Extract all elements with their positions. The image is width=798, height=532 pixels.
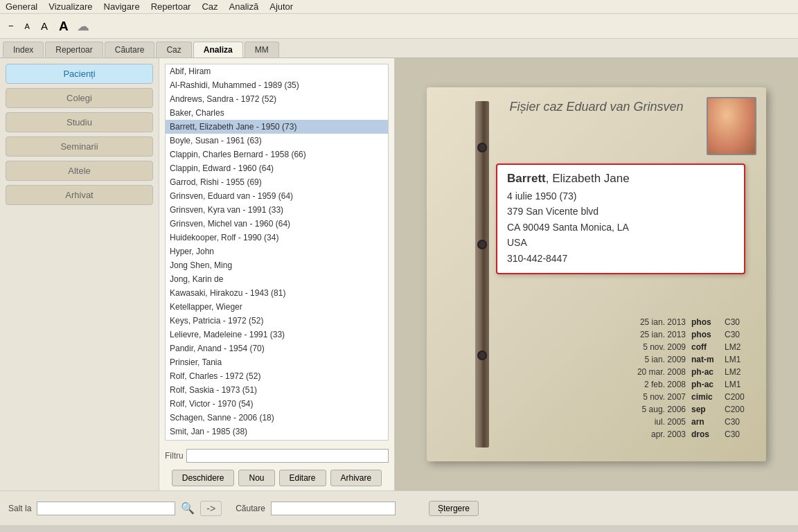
deschidere-button[interactable]: Deschidere (172, 470, 235, 486)
menu-ajutor[interactable]: Ajutor (269, 1, 293, 12)
list-item[interactable]: Jong, Karin de (166, 272, 388, 286)
history-code: arn (691, 416, 719, 428)
list-item[interactable]: Smit, Jan - 1985 (38) (166, 425, 388, 438)
list-item[interactable]: Jong Shen, Ming (166, 258, 388, 272)
stergere-button[interactable]: Ștergere (429, 501, 479, 516)
nav-studiu[interactable]: Studiu (6, 112, 153, 132)
binding-strip (475, 101, 489, 447)
list-item[interactable]: Boyle, Susan - 1961 (63) (166, 134, 388, 148)
list-item[interactable]: Grinsven, Eduard van - 1959 (64) (166, 189, 388, 203)
font-decrease-button[interactable]: − (6, 19, 17, 33)
patient-name: Barrett, Elizabeth Jane (507, 172, 734, 186)
history-item: C30 (725, 316, 752, 328)
list-item[interactable]: Clappin, Charles Bernard - 1958 (66) (166, 148, 388, 161)
list-item[interactable]: Kawasaki, Hirakozu - 1943 (81) (166, 286, 388, 300)
list-item[interactable]: Ketellapper, Wieger (166, 300, 388, 314)
history-date: 5 ian. 2009 (623, 353, 686, 366)
list-item[interactable]: Lelievre, Madeleine - 1991 (33) (166, 328, 388, 342)
list-item[interactable]: Andrews, Sandra - 1972 (52) (166, 92, 388, 106)
arhivare-button[interactable]: Arhivare (330, 470, 382, 486)
list-item[interactable]: Al-Rashidi, Muhammed - 1989 (35) (166, 78, 388, 92)
history-date: 25 ian. 2013 (623, 316, 686, 328)
patient-photo-image (708, 98, 755, 154)
history-code: ph-ac (691, 378, 719, 391)
nav-altele[interactable]: Altele (6, 161, 153, 181)
history-code: phos (691, 328, 719, 341)
arrow-button[interactable]: -> (200, 501, 222, 516)
list-panel: Abif, HiramAl-Rashidi, Muhammed - 1989 (… (159, 58, 395, 490)
bottom-bar: Salt la 🔍 -> Cãutare Ștergere (0, 490, 798, 525)
history-entry: 2 feb. 2008 ph-ac LM1 (496, 378, 752, 391)
list-item[interactable]: Clappin, Edward - 1960 (64) (166, 161, 388, 175)
history-item: LM1 (725, 378, 752, 391)
nav-arhivat[interactable]: Arhivat (6, 185, 153, 205)
menu-caz[interactable]: Caz (202, 1, 218, 12)
history-date: 5 aug. 2006 (623, 403, 686, 416)
cautare-input[interactable] (271, 502, 396, 515)
history-code: cimic (691, 391, 719, 403)
menu-vizualizare[interactable]: Vizualizare (48, 1, 92, 12)
nav-seminarii[interactable]: Seminarii (6, 136, 153, 157)
filter-input[interactable] (186, 449, 389, 463)
list-item[interactable]: Barrett, Elizabeth Jane - 1950 (73) (166, 120, 388, 134)
list-item[interactable]: Smith, John (166, 438, 388, 441)
history-entry: 5 aug. 2006 sep C200 (496, 403, 752, 416)
history-entry: 25 ian. 2013 phos C30 (496, 328, 752, 341)
history-entry: 5 ian. 2009 nat-m LM1 (496, 353, 752, 366)
editare-button[interactable]: Editare (279, 470, 326, 486)
menu-general[interactable]: General (6, 1, 37, 12)
stergere-container: Ștergere (401, 501, 479, 516)
list-item[interactable]: Pandir, Anand - 1954 (70) (166, 342, 388, 355)
list-item[interactable]: Rolf, Charles - 1972 (52) (166, 369, 388, 383)
patient-list[interactable]: Abif, HiramAl-Rashidi, Muhammed - 1989 (… (165, 64, 389, 441)
list-item[interactable]: Abif, Hiram (166, 64, 388, 78)
list-item[interactable]: Grinsven, Michel van - 1960 (64) (166, 217, 388, 231)
history-item: LM2 (725, 341, 752, 353)
patient-restname: , Elizabeth Jane (546, 172, 630, 185)
nou-button[interactable]: Nou (238, 470, 274, 486)
patient-dob: 4 iulie 1950 (73) (507, 188, 734, 204)
tab-repertoar[interactable]: Repertoar (45, 42, 103, 57)
history-entry: iul. 2005 arn C30 (496, 416, 752, 428)
history-entry: apr. 2003 dros C30 (496, 428, 752, 441)
tab-index[interactable]: Index (3, 42, 44, 57)
salt-input[interactable] (37, 502, 175, 515)
history-item: LM2 (725, 366, 752, 378)
salt-label: Salt la (8, 504, 31, 513)
history-code: phos (691, 316, 719, 328)
menu-analiza[interactable]: Analizã (229, 1, 259, 12)
list-item[interactable]: Schagen, Sanne - 2006 (18) (166, 411, 388, 425)
menu-repertoar[interactable]: Repertoar (151, 1, 191, 12)
tab-analiza[interactable]: Analiza (193, 42, 243, 57)
nav-colegi[interactable]: Colegi (6, 88, 153, 108)
list-item[interactable]: Prinsier, Tania (166, 355, 388, 369)
tab-cautare[interactable]: Cãutare (105, 42, 155, 57)
list-item[interactable]: Rolf, Saskia - 1973 (51) (166, 383, 388, 397)
font-large-button[interactable]: A (56, 17, 71, 35)
font-medium-button[interactable]: A (38, 19, 51, 33)
list-item[interactable]: Keys, Patricia - 1972 (52) (166, 314, 388, 328)
history-item: C30 (725, 416, 752, 428)
cautare-label: Cãutare (236, 504, 265, 513)
action-buttons: Deschidere Nou Editare Arhivare (159, 466, 394, 490)
history-code: coff (691, 341, 719, 353)
history-date: 2 feb. 2008 (623, 378, 686, 391)
menu-navigare[interactable]: Navigare (104, 1, 140, 12)
history-entry: 20 mar. 2008 ph-ac LM2 (496, 366, 752, 378)
list-item[interactable]: Hyper, John (166, 245, 388, 258)
list-item[interactable]: Huidekooper, Rolf - 1990 (34) (166, 231, 388, 245)
patient-lastname: Barrett (507, 172, 546, 185)
patient-address1: 379 San Vicente blvd (507, 204, 734, 219)
history-code: dros (691, 428, 719, 441)
history-item: C30 (725, 328, 752, 341)
list-item[interactable]: Garrod, Rishi - 1955 (69) (166, 175, 388, 189)
tab-mm[interactable]: MM (245, 42, 279, 57)
list-item[interactable]: Baker, Charles (166, 106, 388, 120)
search-icon-button[interactable]: 🔍 (181, 502, 195, 515)
list-item[interactable]: Rolf, Victor - 1970 (54) (166, 397, 388, 411)
list-item[interactable]: Grinsven, Kyra van - 1991 (33) (166, 203, 388, 217)
font-small-button[interactable]: A (22, 21, 33, 32)
binding-hole-mid (477, 240, 487, 249)
tab-caz[interactable]: Caz (156, 42, 191, 57)
nav-pacienti[interactable]: Pacienți (6, 64, 153, 84)
